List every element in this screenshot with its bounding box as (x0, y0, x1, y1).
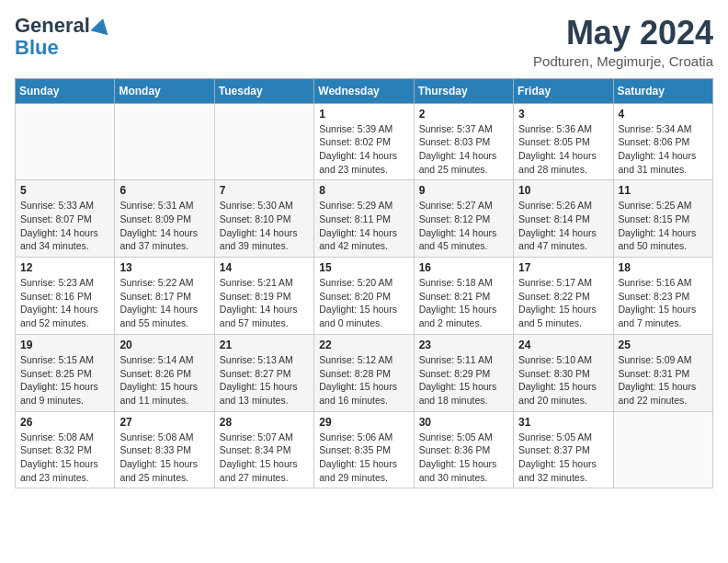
calendar-cell: 9Sunrise: 5:27 AM Sunset: 8:12 PM Daylig… (414, 180, 513, 258)
day-number: 26 (20, 416, 109, 429)
day-number: 9 (419, 184, 508, 197)
calendar-cell: 19Sunrise: 5:15 AM Sunset: 8:25 PM Dayli… (16, 334, 115, 411)
day-info: Sunrise: 5:15 AM Sunset: 8:25 PM Dayligh… (20, 353, 109, 408)
day-number: 21 (220, 339, 309, 351)
day-info: Sunrise: 5:25 AM Sunset: 8:15 PM Dayligh… (619, 199, 708, 253)
calendar-header: SundayMondayTuesdayWednesdayThursdayFrid… (16, 78, 713, 103)
day-number: 15 (319, 261, 408, 274)
day-number: 20 (119, 339, 209, 351)
location-title: Podturen, Megimurje, Croatia (533, 53, 713, 69)
calendar-cell: 2Sunrise: 5:37 AM Sunset: 8:03 PM Daylig… (414, 103, 513, 180)
day-info: Sunrise: 5:30 AM Sunset: 8:10 PM Dayligh… (220, 199, 309, 253)
day-info: Sunrise: 5:27 AM Sunset: 8:12 PM Dayligh… (419, 199, 508, 253)
day-info: Sunrise: 5:08 AM Sunset: 8:32 PM Dayligh… (20, 431, 109, 485)
day-number: 3 (518, 108, 608, 121)
calendar-cell: 15Sunrise: 5:20 AM Sunset: 8:20 PM Dayli… (314, 258, 414, 335)
day-info: Sunrise: 5:09 AM Sunset: 8:31 PM Dayligh… (619, 353, 708, 408)
day-number: 17 (518, 261, 608, 274)
day-info: Sunrise: 5:22 AM Sunset: 8:17 PM Dayligh… (119, 276, 209, 330)
day-info: Sunrise: 5:36 AM Sunset: 8:05 PM Dayligh… (518, 122, 608, 177)
calendar-cell: 24Sunrise: 5:10 AM Sunset: 8:30 PM Dayli… (514, 334, 613, 411)
day-number: 29 (319, 416, 408, 429)
calendar-cell: 22Sunrise: 5:12 AM Sunset: 8:28 PM Dayli… (314, 334, 414, 411)
day-info: Sunrise: 5:26 AM Sunset: 8:14 PM Dayligh… (518, 199, 608, 253)
day-info: Sunrise: 5:05 AM Sunset: 8:36 PM Dayligh… (419, 431, 508, 485)
day-info: Sunrise: 5:18 AM Sunset: 8:21 PM Dayligh… (419, 276, 508, 330)
day-number: 12 (20, 261, 109, 274)
calendar-week-row: 26Sunrise: 5:08 AM Sunset: 8:32 PM Dayli… (16, 411, 713, 488)
day-number: 10 (518, 184, 608, 197)
day-number: 4 (619, 108, 708, 121)
calendar-cell: 29Sunrise: 5:06 AM Sunset: 8:35 PM Dayli… (314, 411, 414, 488)
day-number: 31 (518, 416, 608, 429)
day-info: Sunrise: 5:37 AM Sunset: 8:03 PM Dayligh… (419, 122, 508, 177)
day-info: Sunrise: 5:16 AM Sunset: 8:23 PM Dayligh… (619, 276, 708, 330)
calendar-cell: 17Sunrise: 5:17 AM Sunset: 8:22 PM Dayli… (514, 258, 613, 335)
day-info: Sunrise: 5:11 AM Sunset: 8:29 PM Dayligh… (419, 353, 508, 408)
calendar-cell: 23Sunrise: 5:11 AM Sunset: 8:29 PM Dayli… (414, 334, 513, 411)
day-number: 30 (419, 416, 508, 429)
day-info: Sunrise: 5:31 AM Sunset: 8:09 PM Dayligh… (119, 199, 209, 253)
calendar-cell: 26Sunrise: 5:08 AM Sunset: 8:32 PM Dayli… (16, 411, 115, 488)
calendar-cell: 13Sunrise: 5:22 AM Sunset: 8:17 PM Dayli… (115, 258, 214, 335)
calendar-week-row: 12Sunrise: 5:23 AM Sunset: 8:16 PM Dayli… (16, 258, 713, 335)
calendar-cell: 20Sunrise: 5:14 AM Sunset: 8:26 PM Dayli… (115, 334, 214, 411)
month-title: May 2024 (533, 15, 713, 52)
calendar-cell (16, 103, 115, 180)
calendar-body: 1Sunrise: 5:39 AM Sunset: 8:02 PM Daylig… (16, 103, 713, 488)
calendar-cell: 28Sunrise: 5:07 AM Sunset: 8:34 PM Dayli… (214, 411, 313, 488)
day-info: Sunrise: 5:17 AM Sunset: 8:22 PM Dayligh… (518, 276, 608, 330)
day-number: 22 (319, 339, 408, 351)
logo-triangle-icon (90, 17, 111, 36)
day-info: Sunrise: 5:08 AM Sunset: 8:33 PM Dayligh… (119, 431, 209, 485)
day-info: Sunrise: 5:39 AM Sunset: 8:02 PM Dayligh… (319, 122, 408, 177)
day-info: Sunrise: 5:13 AM Sunset: 8:27 PM Dayligh… (220, 353, 309, 408)
day-of-week-header: Saturday (613, 78, 712, 103)
calendar-cell: 4Sunrise: 5:34 AM Sunset: 8:06 PM Daylig… (613, 103, 712, 180)
day-info: Sunrise: 5:21 AM Sunset: 8:19 PM Dayligh… (220, 276, 309, 330)
calendar-cell (115, 103, 214, 180)
day-of-week-header: Sunday (16, 78, 115, 103)
day-info: Sunrise: 5:05 AM Sunset: 8:37 PM Dayligh… (518, 431, 608, 485)
day-number: 18 (619, 261, 708, 274)
day-of-week-header: Wednesday (314, 78, 414, 103)
calendar-cell: 10Sunrise: 5:26 AM Sunset: 8:14 PM Dayli… (514, 180, 613, 258)
day-of-week-header: Friday (514, 78, 613, 103)
day-info: Sunrise: 5:06 AM Sunset: 8:35 PM Dayligh… (319, 431, 408, 485)
day-number: 5 (20, 184, 109, 197)
day-info: Sunrise: 5:14 AM Sunset: 8:26 PM Dayligh… (119, 353, 209, 408)
title-section: May 2024 Podturen, Megimurje, Croatia (533, 15, 713, 69)
calendar-cell: 31Sunrise: 5:05 AM Sunset: 8:37 PM Dayli… (514, 411, 613, 488)
calendar-cell: 16Sunrise: 5:18 AM Sunset: 8:21 PM Dayli… (414, 258, 513, 335)
calendar-cell: 11Sunrise: 5:25 AM Sunset: 8:15 PM Dayli… (613, 180, 712, 258)
day-number: 2 (419, 108, 508, 121)
calendar-cell (613, 411, 712, 488)
calendar-cell: 18Sunrise: 5:16 AM Sunset: 8:23 PM Dayli… (613, 258, 712, 335)
day-info: Sunrise: 5:23 AM Sunset: 8:16 PM Dayligh… (20, 276, 109, 330)
day-number: 28 (220, 416, 309, 429)
day-number: 7 (220, 184, 309, 197)
day-of-week-header: Monday (115, 78, 214, 103)
day-number: 25 (619, 339, 708, 351)
header-row: SundayMondayTuesdayWednesdayThursdayFrid… (16, 78, 713, 103)
day-number: 6 (119, 184, 209, 197)
day-number: 1 (319, 108, 408, 121)
calendar-cell (214, 103, 313, 180)
calendar-cell: 1Sunrise: 5:39 AM Sunset: 8:02 PM Daylig… (314, 103, 414, 180)
day-number: 14 (220, 261, 309, 274)
day-of-week-header: Thursday (414, 78, 513, 103)
calendar-cell: 21Sunrise: 5:13 AM Sunset: 8:27 PM Dayli… (214, 334, 313, 411)
day-number: 16 (419, 261, 508, 274)
calendar-cell: 8Sunrise: 5:29 AM Sunset: 8:11 PM Daylig… (314, 180, 414, 258)
logo-general-text: General (15, 15, 90, 37)
calendar-cell: 7Sunrise: 5:30 AM Sunset: 8:10 PM Daylig… (214, 180, 313, 258)
calendar-table: SundayMondayTuesdayWednesdayThursdayFrid… (15, 78, 713, 489)
day-info: Sunrise: 5:29 AM Sunset: 8:11 PM Dayligh… (319, 199, 408, 253)
calendar-cell: 3Sunrise: 5:36 AM Sunset: 8:05 PM Daylig… (514, 103, 613, 180)
calendar-cell: 27Sunrise: 5:08 AM Sunset: 8:33 PM Dayli… (115, 411, 214, 488)
logo: General Blue (15, 15, 110, 59)
calendar-cell: 25Sunrise: 5:09 AM Sunset: 8:31 PM Dayli… (613, 334, 712, 411)
calendar-cell: 30Sunrise: 5:05 AM Sunset: 8:36 PM Dayli… (414, 411, 513, 488)
day-info: Sunrise: 5:33 AM Sunset: 8:07 PM Dayligh… (20, 199, 109, 253)
day-info: Sunrise: 5:07 AM Sunset: 8:34 PM Dayligh… (220, 431, 309, 485)
